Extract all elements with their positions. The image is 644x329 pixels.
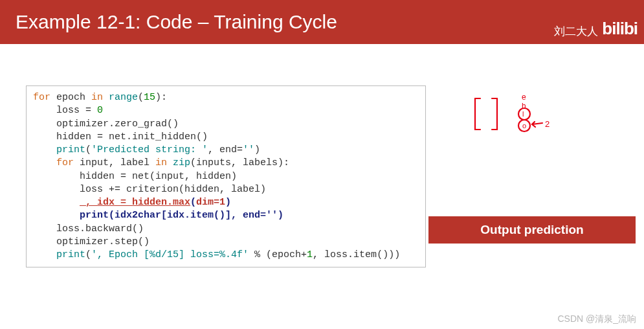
highlight-print: print(idx2char[idx.item()], end='') <box>80 210 283 221</box>
author-name: 刘二大人 <box>554 24 598 39</box>
anno-2: 2 <box>545 119 550 129</box>
keyword-for: for <box>33 92 50 103</box>
anno-l: l <box>522 110 524 118</box>
code-line: hidden = net.init_hidden() <box>33 131 208 142</box>
code-line: loss += criterion(hidden, label) <box>33 184 266 195</box>
callout-label: Output prediction <box>480 223 583 237</box>
anno-e: e <box>522 93 526 102</box>
watermark-text: CSDN @清泉_流响 <box>557 313 636 325</box>
bilibili-logo: bilibi <box>602 19 638 39</box>
slide-header: Example 12-1: Code – Training Cycle 刘二大人… <box>0 0 644 44</box>
code-line: optimizer.zero_grad() <box>33 119 179 130</box>
code-line: optimizer.step() <box>33 236 150 247</box>
callout-output-prediction: Output prediction <box>428 216 636 244</box>
bracket-left-icon <box>475 98 480 130</box>
arrow-left-icon <box>532 122 542 127</box>
header-right: 刘二大人 bilibi <box>554 19 638 39</box>
anno-o: o <box>522 122 526 130</box>
slide-title: Example 12-1: Code – Training Cycle <box>16 11 337 33</box>
bracket-right-icon <box>492 98 497 130</box>
code-line: loss.backward() <box>33 223 144 234</box>
anno-h: h <box>522 102 526 111</box>
code-line: hidden = net(input, hidden) <box>33 171 237 182</box>
code-block: for epoch in range(15): loss = 0 optimiz… <box>26 85 426 267</box>
highlight-idx: idx <box>97 197 115 208</box>
hand-annotation: e h l o 2 <box>466 92 583 150</box>
keyword-in: in <box>91 92 103 103</box>
